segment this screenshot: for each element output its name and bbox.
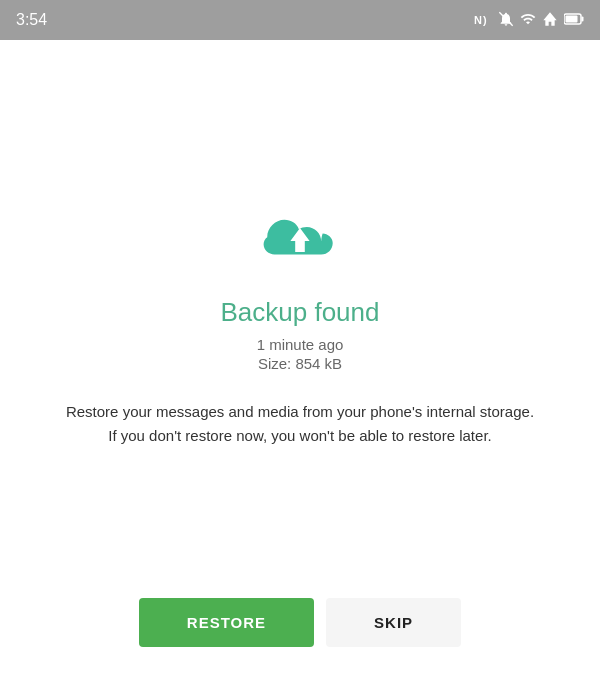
status-bar: 3:54 N ) bbox=[0, 0, 600, 40]
backup-title: Backup found bbox=[220, 297, 379, 328]
cloud-upload-icon bbox=[260, 210, 340, 275]
top-section: Backup found 1 minute ago Size: 854 kB R… bbox=[60, 40, 540, 598]
skip-button[interactable]: SKIP bbox=[326, 598, 461, 647]
svg-text:): ) bbox=[483, 14, 487, 26]
cloud-icon-wrapper bbox=[260, 210, 340, 279]
bottom-buttons: RESTORE SKIP bbox=[40, 598, 560, 687]
wifi-icon bbox=[542, 11, 558, 30]
svg-rect-6 bbox=[566, 15, 578, 22]
status-time: 3:54 bbox=[16, 11, 47, 29]
backup-size: Size: 854 kB bbox=[258, 355, 342, 372]
battery-icon bbox=[564, 13, 584, 28]
signal-icon bbox=[520, 11, 536, 30]
nfc-icon: N ) bbox=[474, 11, 492, 30]
main-content: Backup found 1 minute ago Size: 854 kB R… bbox=[0, 40, 600, 687]
svg-text:N: N bbox=[474, 14, 482, 26]
backup-time: 1 minute ago bbox=[257, 336, 344, 353]
svg-rect-5 bbox=[582, 16, 584, 21]
status-icons: N ) bbox=[474, 11, 584, 30]
bell-muted-icon bbox=[498, 11, 514, 30]
svg-marker-3 bbox=[543, 12, 556, 25]
backup-description: Restore your messages and media from you… bbox=[60, 400, 540, 448]
restore-button[interactable]: RESTORE bbox=[139, 598, 314, 647]
